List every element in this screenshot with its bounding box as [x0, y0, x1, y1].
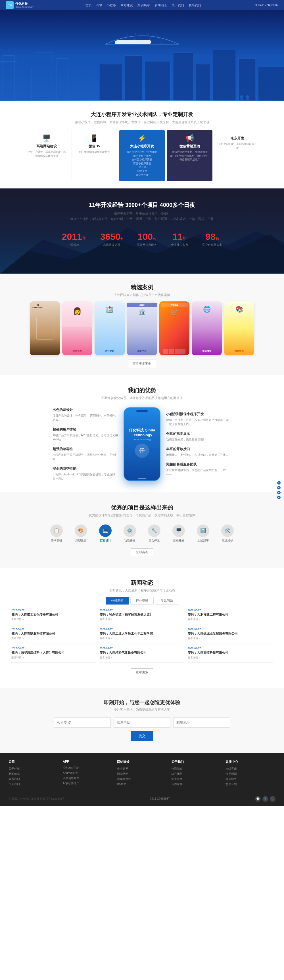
footer-link-1-0[interactable]: iOS App开发 — [63, 766, 113, 770]
side-dot-1[interactable] — [277, 481, 281, 484]
cases-title: 精选案例 — [0, 283, 284, 291]
service-desc-4: 平台定制开发，京东移动端前端开发 — [218, 142, 257, 150]
news-item-title-2: 签约：大润祥建工程有限公司 — [188, 612, 273, 617]
cta-email-input[interactable] — [173, 718, 230, 728]
footer-grid: 公司关于仟化新闻动态联系我们加入我们APPiOS App开发Android开发混… — [0, 760, 284, 793]
process-section: 优秀的项目是这样出来的 优秀的设计与专业的团队打造每一个优质产品，从需求到上线，… — [0, 492, 284, 568]
nav-link-新闻动态[interactable]: 新闻动态 — [155, 3, 167, 7]
svg-rect-31 — [149, 41, 152, 43]
footer-link-4-3[interactable]: 意见反馈 — [225, 782, 276, 786]
footer-link-0-3[interactable]: 加入我们 — [8, 782, 59, 786]
svg-rect-14 — [258, 67, 284, 101]
news-item-2[interactable]: 2022-05-27 签约：大润祥建工程有限公司 查看详情 > — [188, 609, 273, 624]
step-3: 💻 页面设计 — [94, 525, 117, 542]
nav-link-案例展示[interactable]: 案例展示 — [137, 3, 150, 7]
footer-col-title-3: 关于我们 — [171, 760, 221, 764]
news-more-btn[interactable]: 查看更多 — [131, 668, 153, 676]
adv-item-ux: 超强的用户体验 精确产品方向和定位，APP交互优化，全方位优化用户体验 — [53, 427, 118, 442]
footer-link-1-3[interactable]: App运营推广 — [63, 781, 113, 785]
footer-link-2-2[interactable]: 营销型网站 — [117, 777, 167, 781]
footer-link-2-0[interactable]: 企业官网 — [117, 767, 167, 771]
footer-link-1-2[interactable]: 混合App开发 — [63, 776, 113, 780]
footer-link-4-2[interactable]: 售后服务 — [225, 777, 276, 781]
case-item-5[interactable]: 购物商城 🛒 — [160, 301, 190, 355]
side-dot-4[interactable] — [277, 496, 281, 499]
footer-link-0-1[interactable]: 新闻动态 — [8, 772, 59, 776]
svg-rect-10 — [173, 53, 193, 101]
step-7: ⬆️ 上线部署 — [192, 525, 214, 542]
nav-link-首页[interactable]: 首页 — [86, 3, 92, 7]
case-item-2[interactable]: 👩 美容美发 — [62, 301, 92, 355]
case-item-7[interactable]: 📚 教育培训 — [224, 301, 254, 355]
service-name-4: 京东开发 — [218, 136, 257, 141]
advantages-section: 我们的优势 不断完善优化体系，确保每个产品的品质超越用户的期望值 出色的UI设计… — [0, 375, 284, 492]
news-item-8[interactable]: 2022-04-27 签约：大连高技科技有限公司 查看详情 > — [188, 647, 273, 662]
news-item-7[interactable]: 2022-04-27 签约：大连靖桥气体设备有限公司 查看详情 > — [100, 647, 185, 662]
service-icon-2: ⚡ — [123, 134, 161, 142]
stat-item-2: 3650+ 志得意满之晨 — [100, 232, 123, 247]
service-card-3[interactable]: 📢 微信营销互动 微信营销活动策划、互动游戏开发、H5营销活动开发，微信运营，微… — [167, 130, 212, 181]
case-item-3[interactable]: 🏥 医疗健康 — [94, 301, 124, 355]
news-item-date-1: 2022-05-27 — [100, 609, 185, 612]
cases-more-btn[interactable]: 查看更多案例 — [128, 360, 156, 368]
cta-company-input[interactable] — [54, 718, 111, 728]
footer-link-1-1[interactable]: Android开发 — [63, 771, 113, 775]
nav-link-网站建设[interactable]: 网站建设 — [120, 3, 133, 7]
tab-industry-news[interactable]: 行业资讯 — [130, 597, 154, 605]
stats-subtitle: 历经千辛万苦，终于熬成行业的中流砥柱每接一个项目，都认真对待，每行代码，一测、两… — [0, 211, 284, 222]
footer-link-0-2[interactable]: 联系我们 — [8, 777, 59, 781]
footer-link-3-1[interactable]: 核心团队 — [171, 772, 221, 776]
side-dot-3[interactable] — [277, 491, 281, 494]
footer-copy: © 2022 仟化科技 版权所有 辽ICP备xxxxxx号 — [8, 797, 64, 801]
side-dot-2[interactable] — [277, 486, 281, 489]
footer-col-title-1: APP — [63, 760, 113, 763]
footer-link-2-1[interactable]: 商城网站 — [117, 772, 167, 776]
footer-link-3-0[interactable]: 公司简介 — [171, 767, 221, 771]
tab-company-news[interactable]: 公司新闻 — [106, 597, 129, 605]
footer-link-0-0[interactable]: 关于仟化 — [8, 767, 59, 771]
wechat-icon[interactable]: 💬 — [255, 796, 261, 802]
stats-row: 2011年 公司成立 3650+ 志得意满之晨 100% 互联网优质服务 11年… — [0, 232, 284, 247]
service-card-4[interactable]: 京东开发 平台定制开发，京东移动端前端开发 — [215, 130, 260, 181]
footer-link-3-2[interactable]: 荣誉资质 — [171, 777, 221, 781]
case-item-4[interactable]: 2020 🏛️ 政务平台 — [127, 301, 157, 355]
news-section: 新闻动态 实时资讯，大连最新小程序开发技术与行业动态 公司新闻 行业资讯 常见问… — [0, 568, 284, 688]
nav-link-App[interactable]: App — [96, 3, 102, 7]
case-item-1[interactable]: 01CEREMONY — [30, 301, 60, 355]
svg-rect-9 — [145, 61, 171, 101]
user-icon[interactable]: 👤 — [262, 796, 268, 802]
footer-link-4-0[interactable]: 在线客服 — [225, 767, 276, 771]
footer-link-3-3[interactable]: 合作伙伴 — [171, 782, 221, 786]
case-item-6[interactable]: 🌐 生活服务 — [192, 301, 222, 355]
phone-icon[interactable]: 📞 — [270, 796, 276, 802]
news-item-4[interactable]: 2022-04-27 签约：大连工业大学轻工化学工程学院 查看详情 > — [100, 628, 185, 643]
nav-link-联系我们[interactable]: 联系我们 — [188, 3, 201, 7]
news-item-title-1: 签约：秒杀街道（福客经营派盈之道） — [100, 612, 185, 617]
adv-item-support: 完整的售后服务团队 专业技术对接售后，为您的产品保驾护航。一对一—— — [166, 462, 231, 477]
footer-link-4-1[interactable]: 常见问题 — [225, 772, 276, 776]
nav-link-小程序[interactable]: 小程序 — [107, 3, 116, 7]
news-item-6[interactable]: 2022-04-27 签约：绿华康庆灯料（大连）有限公司 查看详情 > — [11, 647, 96, 662]
service-card-1[interactable]: 📱 微信H5 专注移动端H5页面开发制作 — [72, 130, 117, 181]
step-6: 🖥️ 后端开发 — [167, 525, 190, 542]
tab-faq[interactable]: 常见问题 — [155, 597, 178, 605]
footer-col-3: 关于我们公司简介核心团队荣誉资质合作伙伴 — [171, 760, 221, 787]
cta-phone-input[interactable] — [113, 718, 171, 728]
news-item-1[interactable]: 2022-05-27 签约：秒杀街道（福客经营派盈之道） 查看详情 > — [100, 609, 185, 624]
cta-submit-btn[interactable]: 提交 — [131, 731, 153, 741]
news-item-date-4: 2022-04-27 — [100, 628, 185, 631]
stat-item-1: 2011年 公司成立 — [62, 232, 86, 247]
nav-link-关于我们[interactable]: 关于我们 — [172, 3, 184, 7]
news-item-5[interactable]: 2022-04-27 签约：大连燃城业发展服务有限公司 查看详情 > — [188, 628, 273, 643]
service-card-0[interactable]: 🖥️ 高端网站建设 企业门户建设、高端定制开发、移动端响应式建设平台 — [24, 130, 69, 181]
news-item-date-7: 2022-04-27 — [100, 647, 185, 650]
news-item-0[interactable]: 2022-05-27 签约：大连诺文文化传播有限公司 查看详情 > — [11, 609, 96, 624]
service-card-2[interactable]: ⚡ 大连小程序开发 大连专业的小程序开发团队 微信小程序开发 支付宝小程序开发 … — [119, 130, 165, 181]
footer-link-2-3[interactable]: H5网站 — [117, 782, 167, 786]
service-name-3: 微信营销互动 — [170, 144, 209, 149]
footer-col-title-4: 客服中心 — [225, 760, 276, 764]
adv-item-compat: 超强的兼容性 小程序兼容不同手机型号，适配各种分辨率，完整性好 — [53, 447, 118, 461]
svg-rect-29 — [116, 40, 150, 44]
process-more-btn[interactable]: 立即咨询 — [131, 548, 153, 556]
news-item-3[interactable]: 2022-04-27 签约：大连青赋业科技有限公司 查看详情 > — [11, 628, 96, 643]
